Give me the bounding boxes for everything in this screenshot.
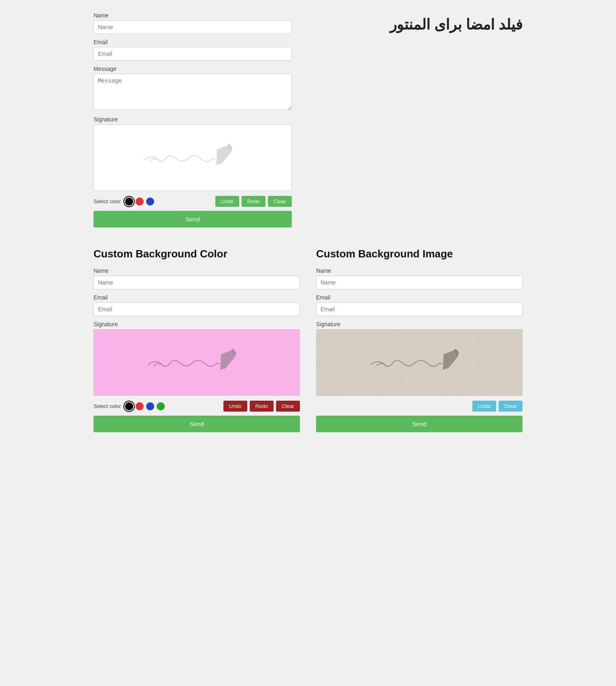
br-email-field-group: Email [316, 294, 523, 316]
bl-signature-watermark [109, 346, 284, 379]
top-form: Name Email Message Signature [93, 12, 292, 227]
bl-send-button[interactable]: Send [93, 416, 300, 432]
message-field-group: Message [93, 66, 292, 111]
br-signature-pad[interactable] [316, 329, 523, 396]
undo-button[interactable]: Undo [215, 196, 239, 207]
clear-button[interactable]: Clear [268, 196, 292, 207]
bl-signature-pad[interactable] [93, 329, 300, 396]
name-field-group: Name [93, 12, 292, 34]
message-label: Message [93, 66, 292, 72]
name-input[interactable] [93, 20, 292, 34]
color-row: Select color Undo Redo Clear [93, 196, 292, 207]
bl-name-input[interactable] [93, 276, 300, 289]
color-red[interactable] [136, 198, 144, 206]
bl-clear-button[interactable]: Clear [276, 401, 300, 412]
bl-email-input[interactable] [93, 302, 300, 316]
bl-undo-button[interactable]: Undo [223, 401, 247, 412]
bottom-right-form: Custom Background Image Name Email Signa… [316, 248, 523, 432]
email-field-group: Email [93, 39, 292, 61]
signature-watermark [109, 142, 277, 174]
bl-email-label: Email [93, 294, 300, 301]
bl-color-red[interactable] [136, 402, 144, 410]
page-wrapper: Name Email Message Signature [93, 12, 523, 432]
br-clear-button[interactable]: Clear [499, 401, 523, 412]
top-section: Name Email Message Signature [93, 12, 523, 227]
message-input[interactable] [93, 74, 292, 110]
bottom-left-title: Custom Background Color [93, 248, 300, 260]
redo-button[interactable]: Redo [242, 196, 266, 207]
br-signature-label: Signature [316, 321, 523, 327]
bl-color-row: Select color Undo Redo Clear [93, 401, 300, 412]
br-name-field-group: Name [316, 268, 523, 289]
bl-name-field-group: Name [93, 268, 300, 289]
signature-field-group: Signature [93, 116, 292, 191]
br-signature-field-group: Signature [316, 321, 523, 396]
br-email-input[interactable] [316, 302, 523, 316]
br-send-button[interactable]: Send [316, 416, 523, 432]
bl-redo-button[interactable]: Redo [250, 401, 274, 412]
persian-title: فیلد امضا برای المنتور [390, 16, 523, 33]
bl-signature-label: Signature [93, 321, 300, 327]
title-section: فیلد امضا برای المنتور [308, 12, 523, 227]
br-name-label: Name [316, 268, 523, 274]
select-color-label: Select color [93, 198, 121, 204]
color-black[interactable] [125, 198, 133, 206]
bl-signature-field-group: Signature [93, 321, 300, 396]
bl-color-left: Select color [93, 402, 165, 410]
signature-pad[interactable] [93, 124, 292, 191]
color-blue[interactable] [146, 198, 154, 206]
bl-select-color-label: Select color [93, 403, 121, 409]
br-color-row: Undo Clear [316, 401, 523, 412]
bottom-section: Custom Background Color Name Email Signa… [93, 248, 523, 432]
bl-color-blue[interactable] [146, 402, 154, 410]
action-buttons: Undo Redo Clear [215, 196, 292, 207]
send-button[interactable]: Send [93, 211, 292, 227]
color-left: Select color [93, 198, 154, 206]
br-signature-watermark [332, 346, 507, 379]
br-name-input[interactable] [316, 276, 523, 289]
bl-action-buttons: Undo Redo Clear [223, 401, 300, 412]
email-input[interactable] [93, 47, 292, 61]
name-label: Name [93, 12, 292, 19]
bottom-right-title: Custom Background Image [316, 248, 523, 260]
signature-label: Signature [93, 116, 292, 123]
bl-name-label: Name [93, 268, 300, 274]
bl-color-green[interactable] [157, 402, 165, 410]
br-email-label: Email [316, 294, 523, 301]
bl-color-black[interactable] [125, 402, 133, 410]
email-label: Email [93, 39, 292, 45]
bl-email-field-group: Email [93, 294, 300, 316]
br-undo-button[interactable]: Undo [472, 401, 496, 412]
bottom-left-form: Custom Background Color Name Email Signa… [93, 248, 300, 432]
br-action-buttons: Undo Clear [472, 401, 523, 412]
